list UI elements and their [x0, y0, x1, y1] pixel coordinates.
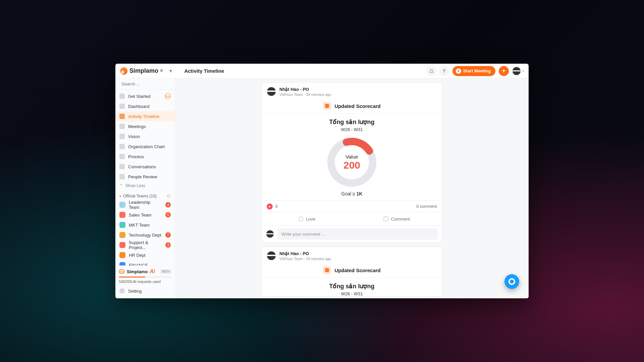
nav-show-less[interactable]: ⌃ Show Less	[115, 182, 175, 190]
team-label: Leadership Team	[129, 200, 162, 210]
team-badge: 5	[165, 212, 171, 218]
nav-org-chart[interactable]: Organization Chart	[115, 141, 175, 152]
nav-activity-timeline[interactable]: Activity Timeline	[115, 111, 175, 121]
like-count[interactable]: 0	[275, 204, 278, 209]
nav-label: Show Less	[125, 183, 145, 188]
beta-badge: BETA	[160, 269, 171, 274]
team-label: MKT Team	[129, 223, 150, 228]
post-meta: VNFlour Team · 33 minutes ago	[279, 257, 331, 261]
team-item[interactable]: HR Dept	[115, 250, 175, 260]
app-body: ⌘ K Get Started 50% Dashboard Acti	[115, 78, 529, 298]
goal-row: Goal ≥ 1K	[262, 191, 442, 196]
nav-vision[interactable]: Vision	[115, 131, 175, 141]
team-icon	[119, 212, 125, 218]
setting-label: Setting	[128, 289, 142, 294]
start-meeting-button[interactable]: Start Meeting	[452, 66, 495, 76]
ai-usage-text: 100/200 AI requests used	[119, 280, 171, 284]
eye-icon	[119, 134, 125, 139]
nav-process[interactable]: Process	[115, 152, 175, 162]
start-meeting-label: Start Meeting	[463, 68, 491, 73]
team-item[interactable]: Sales Team 5	[115, 210, 175, 220]
workspace-switch-caret-icon[interactable]: ▾	[169, 68, 172, 74]
team-badge: 4	[165, 202, 171, 207]
search-row[interactable]: ⌘ K	[115, 78, 175, 90]
app-window: Simplamo® ▾ Activity Timeline ? Start Me…	[115, 64, 529, 298]
help-icon[interactable]: ?	[439, 66, 449, 76]
bulb-icon	[119, 94, 125, 99]
card-label-text: Updated Scorecard	[334, 103, 381, 109]
nav-dashboard[interactable]: Dashboard	[115, 101, 175, 111]
create-button[interactable]: +	[499, 66, 509, 76]
card-label: Updated Scorecard	[262, 263, 442, 278]
ai-brand-row[interactable]: Simplamo Ai BETA	[119, 268, 171, 275]
people-icon	[119, 144, 125, 149]
nav-get-started[interactable]: Get Started 50%	[115, 91, 175, 101]
metric-title: Tổng sản lượng	[262, 118, 442, 126]
chat-bubble-icon	[508, 278, 515, 285]
scorecard-icon	[323, 266, 331, 274]
nav-label: Activity Timeline	[128, 114, 159, 119]
nav-setting[interactable]: Setting	[119, 286, 171, 296]
team-item[interactable]: Support & Project... 3	[115, 240, 175, 250]
nav-label: Get Started	[128, 94, 150, 99]
nav-conversations[interactable]: Conversations	[115, 162, 175, 172]
comment-count[interactable]: 0 comment	[416, 204, 437, 209]
team-item[interactable]: MKT Team	[115, 220, 175, 230]
avatar-icon[interactable]	[267, 87, 276, 96]
svg-point-3	[167, 195, 170, 197]
ai-brand: Simplamo	[127, 269, 148, 274]
post-author[interactable]: Nhật Hào - PO	[279, 251, 331, 256]
love-button[interactable]: Love	[262, 213, 352, 225]
nav-label: Conversations	[128, 164, 156, 169]
value-label: Value	[345, 154, 358, 160]
comment-button[interactable]: Comment	[352, 213, 442, 225]
avatar-icon	[266, 230, 274, 238]
team-item[interactable]: Leadership Team 4	[115, 200, 175, 210]
teams-list: Leadership Team 4 Sales Team 5 MKT Team …	[115, 200, 175, 265]
nav-people-review[interactable]: People Review	[115, 172, 175, 182]
goal-value: 1K	[357, 191, 363, 196]
nav-label: Meetings	[128, 124, 146, 129]
team-label: Technology Dept	[129, 233, 161, 238]
metric-range: W26 - W31	[262, 127, 442, 132]
comment-label: Comment	[391, 217, 410, 222]
donut-chart: Value 200	[262, 135, 442, 189]
logo-mark-icon	[120, 67, 127, 75]
chat-fab[interactable]	[504, 274, 519, 289]
card-label-text: Updated Scorecard	[334, 267, 381, 273]
chevron-down-icon: ▾	[522, 69, 524, 73]
actions-row: Love Comment	[262, 212, 442, 225]
brand-logo[interactable]: Simplamo®	[120, 67, 163, 75]
comment-input[interactable]: Write your comment ...	[277, 228, 438, 240]
avatar-icon	[512, 67, 521, 75]
metric-title: Tổng sản lượng	[262, 283, 442, 290]
team-icon	[119, 202, 125, 208]
search-icon[interactable]	[167, 194, 171, 198]
post-meta: VNFlour Team · 39 minutes ago	[279, 93, 331, 97]
user-menu[interactable]: ▾	[512, 67, 524, 75]
avatar-icon[interactable]	[267, 251, 276, 260]
comment-composer: Write your comment ...	[262, 225, 442, 242]
robot-icon	[119, 269, 125, 274]
team-item[interactable]: FINANCE	[115, 260, 175, 265]
activity-feed[interactable]: Nhật Hào - PO VNFlour Team · 39 minutes …	[175, 78, 529, 298]
app-header: Simplamo® ▾ Activity Timeline ? Start Me…	[115, 64, 529, 78]
primary-nav: Get Started 50% Dashboard Activity Timel…	[115, 90, 175, 191]
heart-icon[interactable]: ♥	[267, 203, 273, 209]
grid-icon	[119, 104, 125, 109]
feed-card: Nhật Hào - PO VNFlour Team · 39 minutes …	[262, 82, 442, 243]
nav-meetings[interactable]: Meetings	[115, 121, 175, 131]
teams-header[interactable]: ▾ Official Teams (10)	[115, 191, 175, 200]
nav-label: People Review	[128, 174, 157, 179]
search-input[interactable]	[121, 81, 178, 86]
team-item[interactable]: Technology Dept 7	[115, 230, 175, 240]
notifications-icon[interactable]	[426, 66, 436, 76]
scorecard-icon	[323, 102, 331, 110]
team-icon	[119, 242, 125, 248]
nav-label: Process	[128, 154, 144, 159]
page-title: Activity Timeline	[184, 68, 224, 74]
post-author[interactable]: Nhật Hào - PO	[279, 87, 331, 92]
chat-icon	[119, 164, 125, 169]
gear-icon	[119, 288, 125, 294]
ai-suffix: Ai	[150, 268, 155, 275]
